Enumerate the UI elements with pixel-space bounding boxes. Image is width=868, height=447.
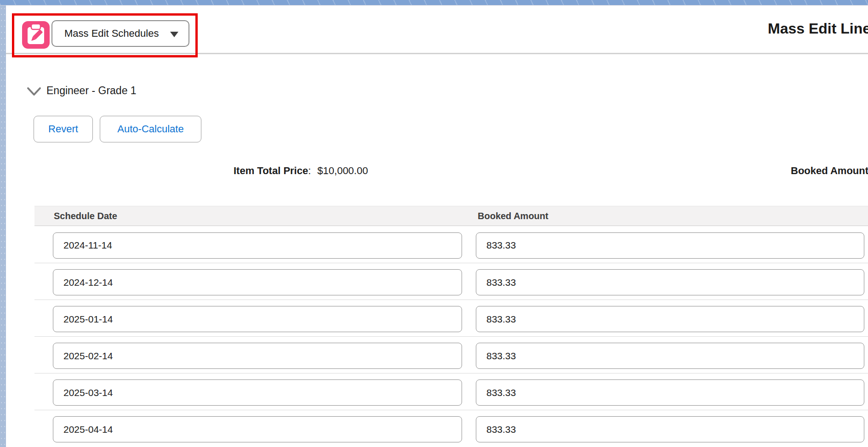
page-title: Mass Edit Line: [768, 19, 868, 38]
schedules-table: Schedule Date Booked Amount: [34, 206, 868, 447]
schedule-row: [34, 373, 868, 410]
booked-amount-input[interactable]: [476, 416, 864, 442]
schedule-type-dropdown-label: Mass Edit Schedules: [64, 28, 159, 40]
chevron-down-icon[interactable]: [27, 86, 41, 96]
column-header-schedule-date: Schedule Date: [34, 211, 476, 221]
schedule-row: [34, 336, 868, 373]
item-total-price-label: Item Total Price: [234, 165, 308, 176]
schedule-date-cell: [34, 267, 476, 295]
schedule-type-dropdown[interactable]: Mass Edit Schedules: [51, 20, 189, 47]
header-divider: [6, 53, 868, 54]
schedule-row: [34, 226, 868, 263]
clipboard-pencil-icon: [22, 21, 50, 49]
item-total-price-colon: :: [308, 165, 311, 176]
section-title: Engineer - Grade 1: [46, 85, 137, 97]
booked-amount-input[interactable]: [476, 269, 864, 295]
app-header-band: [0, 0, 868, 6]
booked-amount-cell: [476, 231, 868, 259]
schedule-date-cell: [34, 378, 476, 406]
booked-amount-cell: [476, 304, 868, 332]
booked-amount-cell: [476, 378, 868, 406]
schedule-row: [34, 300, 868, 336]
booked-amount-input[interactable]: [476, 379, 864, 406]
schedule-row: [34, 410, 868, 447]
booked-amount-cell: [476, 414, 868, 442]
auto-calculate-button[interactable]: Auto-Calculate: [100, 116, 201, 142]
left-background-strip: [0, 6, 6, 447]
schedule-date-input[interactable]: [53, 306, 462, 332]
mass-edit-schedules-page: Mass Edit Schedules Mass Edit Line Engin…: [0, 0, 868, 447]
schedule-date-input[interactable]: [53, 269, 462, 295]
booked-amount-total-label: Booked Amount: [791, 165, 868, 177]
schedule-date-cell: [34, 341, 476, 369]
schedule-row: [34, 263, 868, 300]
schedule-date-input[interactable]: [53, 379, 462, 406]
booked-amount-input[interactable]: [476, 306, 864, 332]
booked-amount-cell: [476, 341, 868, 369]
schedule-date-cell: [34, 304, 476, 332]
column-header-booked-amount: Booked Amount: [476, 211, 868, 221]
revert-button[interactable]: Revert: [34, 116, 93, 142]
dropdown-caret-icon: [170, 32, 178, 37]
schedule-date-input[interactable]: [53, 343, 462, 369]
booked-amount-cell: [476, 267, 868, 295]
schedules-table-header: Schedule Date Booked Amount: [34, 206, 868, 226]
schedule-date-cell: [34, 414, 476, 442]
item-total-price-value: $10,000.00: [317, 165, 368, 176]
schedule-date-input[interactable]: [53, 416, 462, 442]
schedule-date-cell: [34, 231, 476, 259]
item-total-price: Item Total Price:$10,000.00: [234, 165, 368, 177]
booked-amount-input[interactable]: [476, 232, 864, 259]
booked-amount-input[interactable]: [476, 343, 864, 369]
schedule-date-input[interactable]: [53, 232, 462, 259]
